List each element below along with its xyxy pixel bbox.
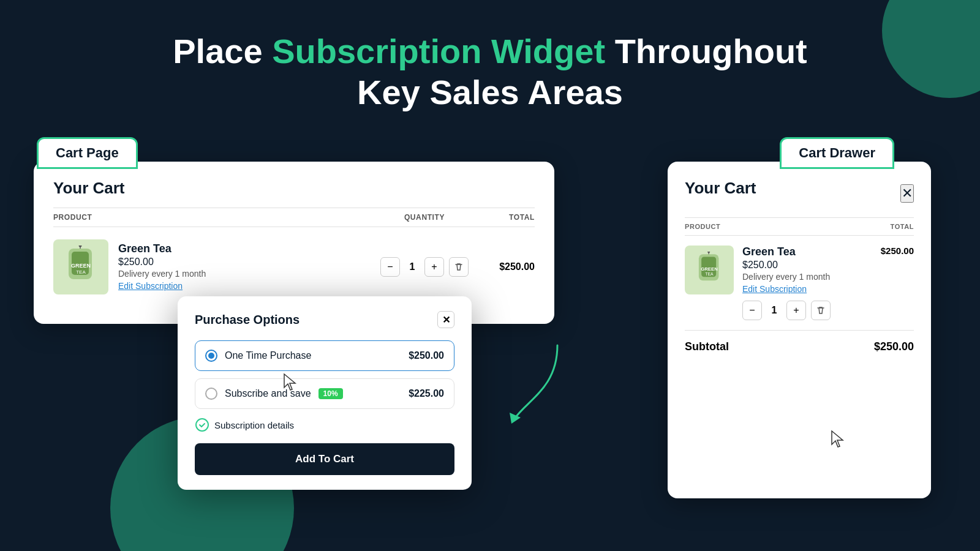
product-info: Green Tea $250.00 Delivery every 1 month… [118, 242, 375, 291]
content-area: Cart Page Cart Drawer Your Cart PRODUCT … [0, 137, 980, 529]
drawer-qty-minus-btn[interactable]: − [742, 301, 762, 320]
product-price: $250.00 [118, 257, 375, 268]
arrow-right [502, 339, 576, 425]
drawer-title: Your Cart [685, 179, 756, 198]
drawer-col-product: PRODUCT [685, 223, 720, 230]
save-badge: 10% [318, 388, 343, 399]
cart-page-tab[interactable]: Cart Page [37, 137, 138, 169]
item-total: $250.00 [473, 261, 535, 272]
purchase-options-modal: Purchase Options ✕ One Time Purchase $25… [178, 296, 472, 490]
svg-text:GREEN: GREEN [71, 263, 91, 269]
product-name: Green Tea [118, 242, 375, 255]
col-product-header: PRODUCT [53, 213, 375, 222]
cart-item: GREEN TEA Green Tea $250.00 Delivery eve… [53, 227, 535, 307]
header-title-highlight: Subscription Widget [272, 32, 605, 70]
drawer-close-btn[interactable]: ✕ [900, 184, 914, 203]
header-title-part1: Place [173, 32, 272, 70]
drawer-qty-value: 1 [767, 305, 782, 316]
drawer-product-name: Green Tea [742, 246, 881, 258]
subscription-icon [195, 418, 209, 432]
option2-label: Subscribe and save [225, 388, 311, 399]
drawer-col-total: TOTAL [891, 223, 914, 230]
drawer-product-price: $250.00 [742, 260, 881, 271]
add-to-cart-btn[interactable]: Add To Cart [195, 443, 454, 475]
drawer-qty-plus-btn[interactable]: + [786, 301, 806, 320]
svg-point-5 [79, 246, 82, 247]
delete-btn[interactable] [449, 257, 469, 277]
modal-close-btn[interactable]: ✕ [437, 311, 454, 328]
cart-drawer: Your Cart ✕ PRODUCT TOTAL GREEN TEA [668, 162, 931, 498]
drawer-header: Your Cart ✕ [685, 179, 914, 208]
qty-controls: − 1 + [375, 257, 473, 277]
product-image: GREEN TEA [53, 239, 108, 294]
svg-point-8 [196, 419, 208, 431]
svg-point-14 [707, 252, 710, 253]
drawer-product-image: GREEN TEA [685, 246, 734, 294]
qty-minus-btn[interactable]: − [380, 257, 400, 277]
subscription-details-row[interactable]: Subscription details [195, 418, 454, 432]
qty-value: 1 [405, 261, 420, 272]
drawer-qty-row: − 1 + [742, 301, 914, 320]
drawer-product-info: Green Tea $250.00 Delivery every 1 month… [742, 246, 881, 294]
svg-text:GREEN: GREEN [701, 266, 718, 272]
option1-label: One Time Purchase [225, 350, 311, 361]
subscription-details-label: Subscription details [214, 420, 294, 430]
product-delivery: Delivery every 1 month [118, 269, 375, 279]
subtotal-value: $250.00 [874, 340, 914, 353]
qty-plus-btn[interactable]: + [424, 257, 444, 277]
drawer-table-header: PRODUCT TOTAL [685, 217, 914, 236]
col-qty-header: QUANTITY [375, 213, 473, 222]
option-one-time[interactable]: One Time Purchase $250.00 [195, 340, 454, 371]
drawer-subtotal: Subtotal $250.00 [685, 330, 914, 353]
svg-text:TEA: TEA [705, 272, 714, 277]
modal-header: Purchase Options ✕ [195, 311, 454, 328]
header-title-part2: Throughout [605, 32, 807, 70]
cart-page-title: Your Cart [53, 179, 535, 198]
drawer-edit-subscription-link[interactable]: Edit Subscription [742, 284, 807, 294]
edit-subscription-link[interactable]: Edit Subscription [118, 281, 183, 291]
radio-selected [205, 350, 217, 362]
modal-title: Purchase Options [195, 313, 300, 327]
page-header: Place Subscription Widget Throughout Key… [0, 0, 980, 137]
cart-drawer-tab[interactable]: Cart Drawer [780, 137, 894, 169]
drawer-item: GREEN TEA Green Tea $250.00 Delivery eve… [685, 246, 914, 320]
svg-text:TEA: TEA [76, 269, 86, 275]
drawer-delete-btn[interactable] [811, 301, 831, 320]
option-subscribe[interactable]: Subscribe and save 10% $225.00 [195, 378, 454, 409]
drawer-item-price-right: $250.00 [881, 246, 914, 256]
subtotal-label: Subtotal [685, 340, 729, 353]
cart-table-header: PRODUCT QUANTITY TOTAL [53, 208, 535, 227]
radio-unselected [205, 388, 217, 400]
header-title-line2: Key Sales Areas [357, 73, 623, 111]
option1-price: $250.00 [409, 350, 444, 361]
col-total-header: TOTAL [473, 213, 535, 222]
option2-price: $225.00 [409, 388, 444, 399]
drawer-product-delivery: Delivery every 1 month [742, 272, 881, 282]
